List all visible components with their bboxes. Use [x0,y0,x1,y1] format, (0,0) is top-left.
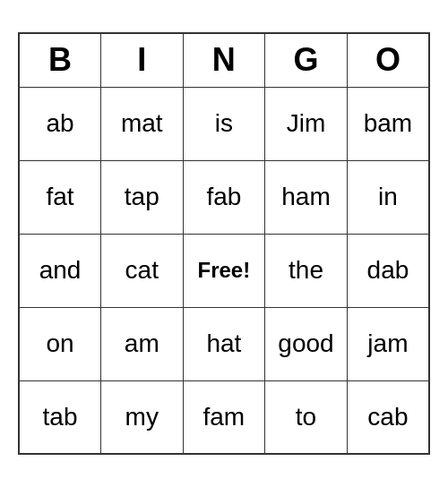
bingo-cell: to [265,380,348,454]
bingo-row: abmatisJimbam [19,87,429,160]
bingo-cell: and [19,234,101,307]
bingo-cell: fab [183,160,265,234]
bingo-cell: ham [265,160,348,234]
bingo-row: tabmyfamtocab [19,380,429,454]
bingo-cell: cab [347,380,429,454]
bingo-cell: cat [101,234,184,307]
bingo-header-cell: N [183,33,265,87]
bingo-cell: tap [101,160,184,234]
bingo-header: BINGO [19,33,429,87]
bingo-cell: Jim [265,87,348,160]
bingo-cell: hat [183,307,265,380]
bingo-cell: am [101,307,184,380]
bingo-cell: my [101,380,184,454]
bingo-cell: is [183,87,265,160]
bingo-cell: good [265,307,348,380]
bingo-cell: Free! [183,234,265,307]
bingo-row: fattapfabhamin [19,160,429,234]
bingo-row: onamhatgoodjam [19,307,429,380]
bingo-cell: on [19,307,101,380]
bingo-body: abmatisJimbamfattapfabhaminandcatFree!th… [19,87,429,454]
bingo-header-cell: O [347,33,429,87]
bingo-cell: dab [347,234,429,307]
bingo-cell: fam [183,380,265,454]
bingo-cell: bam [347,87,429,160]
bingo-cell: the [265,234,348,307]
bingo-cell: ab [19,87,101,160]
bingo-cell: mat [101,87,184,160]
bingo-cell: tab [19,380,101,454]
bingo-cell: in [347,160,429,234]
bingo-card: BINGO abmatisJimbamfattapfabhaminandcatF… [18,32,430,455]
bingo-row: andcatFree!thedab [19,234,429,307]
bingo-header-cell: B [19,33,101,87]
bingo-cell: fat [19,160,101,234]
bingo-header-cell: G [265,33,348,87]
bingo-cell: jam [347,307,429,380]
bingo-header-cell: I [101,33,184,87]
